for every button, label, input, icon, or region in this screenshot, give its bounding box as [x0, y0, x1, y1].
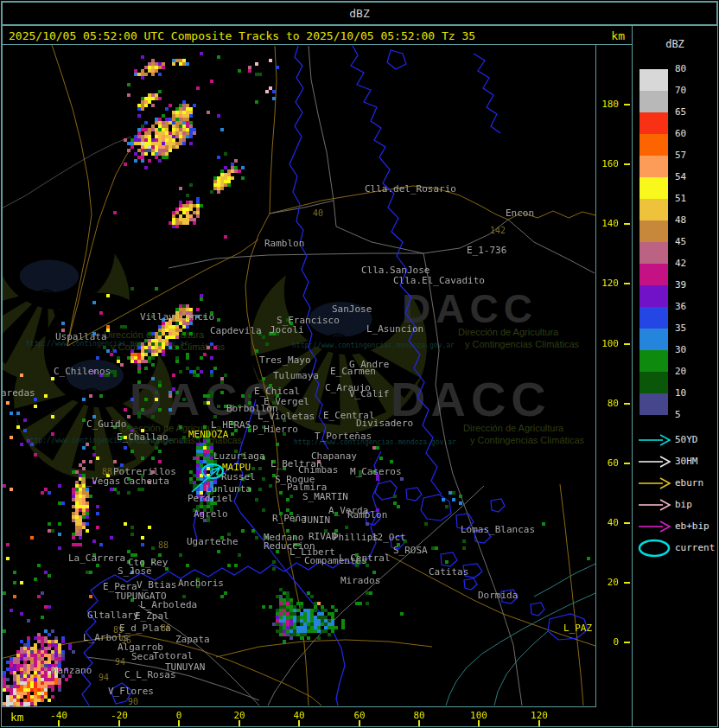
legend-scale-label: 54 [675, 171, 686, 183]
legend-scale-label: 65 [675, 106, 686, 118]
legend-swatch [639, 177, 668, 199]
y-axis-tick-label: 120 [596, 278, 619, 290]
legend-swatch [639, 156, 668, 177]
legend-scale-label: 51 [675, 193, 686, 205]
legend-scale-label: 80 [675, 63, 686, 75]
y-axis-tick-label: 0 [596, 636, 619, 648]
legend-swatch [639, 393, 668, 415]
y-axis-tick-label: 60 [596, 457, 619, 469]
legend-swatch [639, 307, 668, 329]
legend-scale-label: 39 [675, 279, 686, 291]
x-axis-tick-mark [239, 720, 240, 726]
radar-app: { "title_bar": {"title": "dBZ"}, "header… [0, 0, 719, 728]
legend-scale-label: 5 [675, 409, 681, 421]
legend-scale-label: 20 [675, 366, 686, 378]
legend-scale-label: 48 [675, 214, 686, 227]
timestamp-text: 2025/10/05 05:52:00 UTC Composite Tracks… [9, 29, 475, 42]
legend-track-label: 50YD [675, 434, 698, 446]
y-axis-tick-mark [624, 104, 630, 105]
radar-map-panel[interactable]: DACCDACCDACCDirección de Agriculturay Co… [2, 44, 596, 707]
y-axis-tick-label: 160 [596, 158, 619, 170]
x-axis-tick-mark [478, 720, 480, 726]
track-arrow-icon [637, 495, 673, 514]
y-axis-tick-mark [624, 163, 630, 165]
track-arrow-icon [637, 431, 673, 450]
x-axis-tick-mark [298, 720, 300, 726]
legend-panel: dBZ 807065605754514845423936353020105 50… [632, 25, 718, 727]
current-track-marker [3, 45, 595, 706]
legend-track-label: eburn [675, 477, 703, 489]
window-title: dBZ [349, 7, 369, 20]
legend-scale-label: 30 [675, 344, 686, 356]
y-axis-tick-mark [624, 403, 630, 405]
y-axis-tick-label: 180 [596, 99, 619, 111]
legend-scale-label: 60 [675, 128, 686, 140]
y-axis-tick-label: 20 [596, 577, 619, 589]
x-axis-tick-mark [359, 720, 360, 726]
legend-swatch [639, 242, 668, 264]
x-axis-tick-mark [58, 720, 60, 726]
legend-swatch [639, 134, 668, 156]
y-axis-tick-mark [624, 343, 630, 345]
legend-swatch [639, 220, 668, 242]
legend-swatch [639, 285, 668, 307]
legend-track-label: eb+bip [675, 520, 709, 533]
legend-swatch [639, 372, 668, 393]
y-axis-tick-label: 80 [596, 398, 619, 410]
legend-swatch [639, 264, 668, 285]
legend-swatch [639, 112, 668, 134]
header-bar: 2025/10/05 05:52:00 UTC Composite Tracks… [2, 25, 633, 45]
legend-scale-label: 45 [675, 236, 686, 248]
track-arrow-icon [637, 452, 673, 471]
title-bar: dBZ [2, 2, 717, 25]
y-axis-tick-mark [624, 283, 630, 284]
y-axis-unit-label: km [611, 29, 625, 42]
legend-track-label: bip [675, 499, 692, 511]
x-axis-tick-mark [538, 720, 540, 726]
legend-swatch [639, 329, 668, 350]
current-ellipse-icon [637, 539, 673, 558]
legend-scale-label: 35 [675, 322, 686, 335]
x-axis-tick-mark [178, 720, 180, 726]
track-arrow-icon [637, 474, 673, 493]
legend-scale-label: 70 [675, 85, 686, 97]
y-axis-tick-mark [624, 582, 630, 584]
legend-swatch [639, 91, 668, 112]
x-axis-unit-label: km [10, 711, 24, 724]
legend-swatch [639, 350, 668, 372]
legend-swatch [639, 199, 668, 220]
track-direction-arrow-icon [192, 468, 220, 492]
legend-title: dBZ [633, 38, 717, 50]
legend-scale-label: 57 [675, 150, 686, 162]
legend-scale-label: 10 [675, 387, 686, 399]
y-axis-tick-mark [624, 223, 630, 225]
y-axis-tick-label: 40 [596, 517, 619, 529]
legend-track-label: 30HM [675, 456, 698, 468]
x-axis-tick-mark [418, 720, 420, 726]
x-axis-tick-mark [118, 720, 120, 726]
legend-scale-label: 36 [675, 301, 686, 313]
track-arrow-icon [637, 517, 673, 536]
y-axis-tick-label: 140 [596, 218, 619, 230]
current-cell-ellipse-icon [202, 464, 223, 478]
y-axis-tick-mark [624, 522, 630, 524]
y-axis-tick-label: 100 [596, 338, 619, 350]
legend-track-label: current [675, 542, 715, 554]
y-axis-tick-mark [624, 463, 630, 464]
legend-swatch [639, 69, 668, 91]
legend-scale-label: 42 [675, 258, 686, 270]
y-axis-tick-mark [624, 642, 630, 643]
